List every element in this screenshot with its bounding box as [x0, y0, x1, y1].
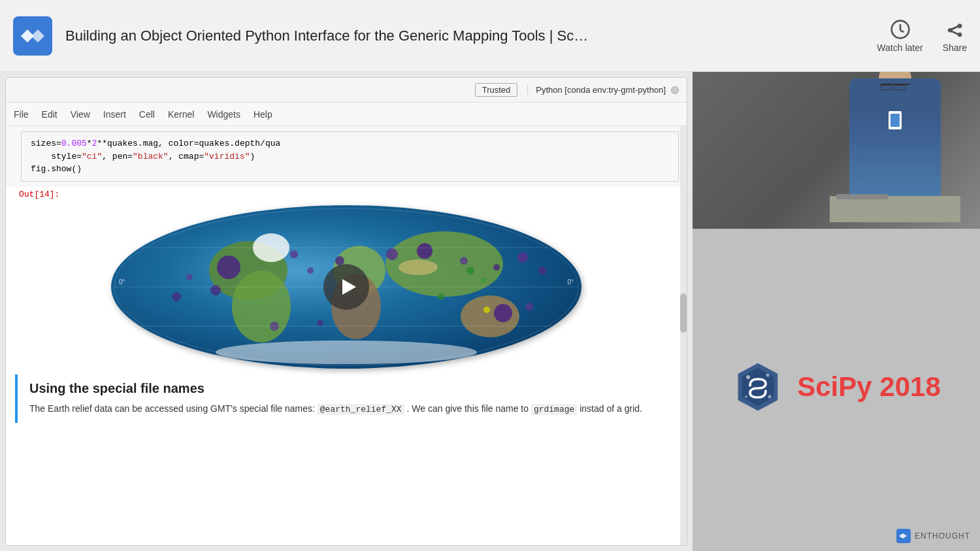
globe-visualization: 60° 60° 0° 0° -60° -60°	[111, 205, 581, 369]
scipy-hex-logo	[732, 361, 784, 413]
watch-later-icon	[890, 19, 911, 40]
svg-point-17	[210, 285, 221, 295]
svg-point-25	[517, 252, 528, 263]
svg-point-28	[317, 320, 323, 326]
svg-point-32	[186, 274, 193, 280]
code-line-3: fig.show()	[31, 163, 669, 176]
svg-point-4	[958, 24, 962, 28]
svg-point-29	[494, 304, 512, 322]
svg-point-21	[386, 248, 398, 260]
scipy-title: SciPy 2018	[797, 371, 941, 403]
presenter-glasses	[881, 84, 910, 89]
menu-insert[interactable]: Insert	[103, 107, 126, 122]
output-label: Out[14]:	[6, 187, 687, 202]
kernel-status-dot	[671, 86, 679, 94]
main-content: Trusted Python [conda env:try-gmt-python…	[0, 72, 980, 551]
code-line-1: sizes=0.005*2**quakes.mag, color=quakes.…	[31, 137, 669, 150]
cell-body-text-1: The Earth relief data can be accessed us…	[29, 403, 315, 414]
video-title: Building an Object Oriented Python Inter…	[65, 27, 864, 44]
code-snippet-1: @earth_relief_XX	[318, 404, 404, 415]
svg-point-19	[307, 267, 314, 274]
menu-help[interactable]: Help	[253, 107, 272, 122]
cell-body-text-2: . We can give this file name to	[407, 403, 529, 414]
laptop	[836, 194, 889, 199]
cell-heading: Using the special file names	[29, 381, 666, 396]
menu-cell[interactable]: Cell	[139, 107, 155, 122]
globe-label-0-r: 0°	[567, 278, 574, 286]
cell-body: The Earth relief data can be accessed us…	[29, 401, 666, 417]
share-icon	[944, 19, 965, 40]
svg-point-15	[216, 341, 477, 364]
scipy-logo-row: SciPy 2018	[732, 361, 941, 413]
globe-label-neg60-br: -60°	[517, 350, 529, 357]
svg-point-33	[466, 267, 474, 275]
kernel-info: Python [conda env:try-gmt-python]	[527, 85, 679, 95]
svg-point-35	[438, 293, 444, 300]
notebook-content: sizes=0.005*2**quakes.mag, color=quakes.…	[6, 126, 687, 545]
globe-label-60-tl: 60°	[127, 238, 137, 245]
play-icon	[338, 277, 358, 297]
cell-body-text-3: instad of a grid.	[580, 403, 642, 414]
svg-point-47	[745, 395, 747, 398]
presenter-body	[849, 78, 941, 196]
top-bar: Building an Object Oriented Python Inter…	[0, 0, 980, 72]
menu-widgets[interactable]: Widgets	[207, 107, 240, 122]
svg-point-22	[417, 243, 433, 259]
globe-label-0-l: 0°	[119, 278, 125, 286]
right-panel: SciPy 2018 ENTHOUGHT	[693, 72, 980, 551]
svg-point-6	[958, 32, 962, 37]
svg-point-18	[290, 250, 298, 258]
trusted-badge: Trusted	[475, 83, 518, 97]
share-button[interactable]: Share	[943, 19, 967, 53]
svg-point-14	[399, 259, 438, 275]
svg-marker-41	[342, 279, 356, 295]
svg-point-45	[766, 373, 770, 376]
menu-view[interactable]: View	[71, 107, 90, 122]
presenter-badge	[889, 111, 902, 129]
menu-edit[interactable]: Edit	[42, 107, 57, 122]
code-line-2: style="ci", pen="black", cmap="viridis")	[31, 150, 669, 163]
svg-point-31	[172, 292, 181, 301]
watch-later-label: Watch later	[877, 42, 923, 53]
svg-point-30	[525, 303, 533, 310]
svg-point-36	[483, 307, 490, 313]
menu-kernel[interactable]: Kernel	[168, 107, 194, 122]
enthought-logo	[896, 529, 911, 543]
svg-point-26	[538, 267, 546, 275]
scrollbar-thumb[interactable]	[680, 293, 687, 333]
channel-logo[interactable]	[13, 16, 52, 56]
code-block[interactable]: sizes=0.005*2**quakes.mag, color=quakes.…	[21, 131, 679, 182]
scrollbar[interactable]	[680, 126, 687, 545]
map-container: 60° 60° 0° 0° -60° -60°	[6, 202, 687, 372]
presenter-figure	[830, 78, 960, 222]
globe-label-neg60-bl: -60°	[163, 350, 175, 357]
share-label: Share	[943, 42, 967, 53]
svg-point-44	[746, 375, 750, 379]
presenter-video	[693, 72, 980, 229]
svg-line-3	[900, 30, 904, 32]
svg-point-8	[232, 271, 291, 342]
svg-point-5	[948, 28, 953, 33]
globe-label-60-tr: 60°	[555, 238, 565, 245]
notebook-area: Trusted Python [conda env:try-gmt-python…	[0, 72, 693, 551]
svg-point-34	[481, 278, 486, 283]
kernel-name: Python [conda env:try-gmt-python]	[536, 85, 666, 95]
desk-area	[830, 196, 960, 222]
play-button[interactable]	[323, 264, 369, 310]
enthought-footer: ENTHOUGHT	[896, 529, 970, 543]
enthought-label: ENTHOUGHT	[915, 531, 970, 541]
menu-file[interactable]: File	[14, 107, 29, 122]
text-cell: Using the special file names The Earth r…	[15, 375, 678, 424]
scipy-branding: SciPy 2018 ENTHOUGHT	[693, 229, 980, 551]
code-snippet-2: grdimage	[531, 404, 577, 415]
svg-point-16	[217, 256, 240, 279]
svg-point-24	[493, 264, 500, 271]
jupyter-menu-bar: File Edit View Insert Cell Kernel Widget…	[6, 103, 687, 126]
svg-point-23	[460, 257, 468, 265]
jupyter-notebook: Trusted Python [conda env:try-gmt-python…	[5, 77, 687, 546]
code-cell: sizes=0.005*2**quakes.mag, color=quakes.…	[6, 126, 687, 187]
watch-later-button[interactable]: Watch later	[877, 19, 923, 53]
top-actions: Watch later Share	[877, 19, 967, 53]
svg-point-46	[768, 395, 772, 398]
jupyter-top-bar: Trusted Python [conda env:try-gmt-python…	[6, 78, 687, 103]
